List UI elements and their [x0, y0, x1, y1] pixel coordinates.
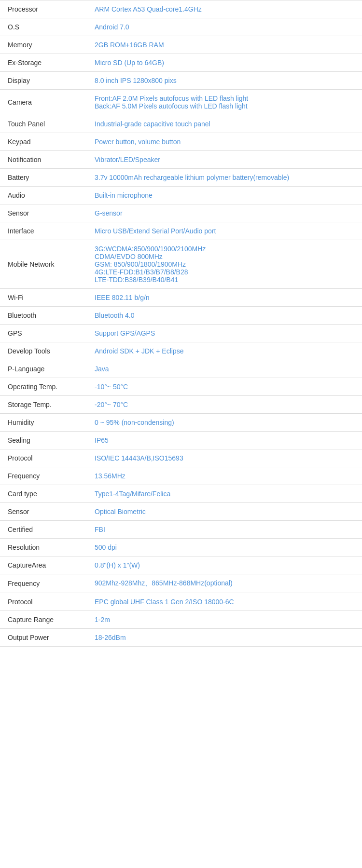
- spec-label: Frequency: [0, 574, 87, 593]
- spec-label: Processor: [0, 0, 87, 18]
- spec-value: 0 ~ 95% (non-condensing): [87, 414, 362, 432]
- spec-value: Micro USB/Extend Serial Port/Audio port: [87, 222, 362, 240]
- spec-label: Storage Temp.: [0, 396, 87, 414]
- spec-label: Camera: [0, 90, 87, 115]
- table-row: SensorG-sensor: [0, 204, 362, 222]
- table-row: Display8.0 inch IPS 1280x800 pixs: [0, 72, 362, 90]
- spec-value: ARM Cortex A53 Quad-core1.4GHz: [87, 0, 362, 18]
- spec-label: Sensor: [0, 503, 87, 521]
- spec-label: Audio: [0, 187, 87, 204]
- spec-label: Protocol: [0, 449, 87, 467]
- spec-label: Wi-Fi: [0, 289, 87, 307]
- spec-table: ProcessorARM Cortex A53 Quad-core1.4GHzO…: [0, 0, 362, 647]
- spec-value: 13.56MHz: [87, 467, 362, 485]
- spec-label: Protocol: [0, 593, 87, 611]
- spec-value: Vibrator/LED/Speaker: [87, 151, 362, 169]
- spec-value: 8.0 inch IPS 1280x800 pixs: [87, 72, 362, 90]
- spec-value: IP65: [87, 432, 362, 449]
- table-row: Mobile Network3G:WCDMA:850/900/1900/2100…: [0, 240, 362, 289]
- spec-value: 1-2m: [87, 611, 362, 629]
- spec-value: 3G:WCDMA:850/900/1900/2100MHzCDMA/EVDO 8…: [87, 240, 362, 289]
- spec-value: Optical Biometric: [87, 503, 362, 521]
- spec-label: Output Power: [0, 629, 87, 647]
- spec-value: ISO/IEC 14443A/B,ISO15693: [87, 449, 362, 467]
- spec-label: Display: [0, 72, 87, 90]
- table-row: Touch PanelIndustrial-grade capacitive t…: [0, 115, 362, 133]
- spec-value: EPC global UHF Class 1 Gen 2/ISO 18000-6…: [87, 593, 362, 611]
- spec-label: GPS: [0, 325, 87, 342]
- table-row: Develop ToolsAndroid SDK + JDK + Eclipse: [0, 342, 362, 360]
- table-row: CaptureArea0.8"(H) x 1"(W): [0, 556, 362, 574]
- spec-value: Type1-4Tag/Mifare/Felica: [87, 485, 362, 503]
- spec-label: Capture Range: [0, 611, 87, 629]
- table-row: Operating Temp.-10°~ 50°C: [0, 378, 362, 396]
- table-row: Battery3.7v 10000mAh rechargeable lithiu…: [0, 169, 362, 187]
- table-row: Wi-FiIEEE 802.11 b/g/n: [0, 289, 362, 307]
- spec-value: Support GPS/AGPS: [87, 325, 362, 342]
- spec-label: Touch Panel: [0, 115, 87, 133]
- spec-label: Certified: [0, 521, 87, 539]
- spec-value: IEEE 802.11 b/g/n: [87, 289, 362, 307]
- table-row: Frequency902Mhz-928Mhz、865MHz-868MHz(opt…: [0, 574, 362, 593]
- table-row: Humidity0 ~ 95% (non-condensing): [0, 414, 362, 432]
- table-row: Output Power18-26dBm: [0, 629, 362, 647]
- spec-value: FBI: [87, 521, 362, 539]
- table-row: NotificationVibrator/LED/Speaker: [0, 151, 362, 169]
- table-row: ProtocolEPC global UHF Class 1 Gen 2/ISO…: [0, 593, 362, 611]
- spec-value: 2GB ROM+16GB RAM: [87, 36, 362, 54]
- spec-value: 500 dpi: [87, 539, 362, 556]
- spec-label: Memory: [0, 36, 87, 54]
- table-row: Memory2GB ROM+16GB RAM: [0, 36, 362, 54]
- table-row: Ex-StorageMicro SD (Up to 64GB): [0, 54, 362, 72]
- table-row: InterfaceMicro USB/Extend Serial Port/Au…: [0, 222, 362, 240]
- spec-label: Mobile Network: [0, 240, 87, 289]
- table-row: SealingIP65: [0, 432, 362, 449]
- spec-label: Interface: [0, 222, 87, 240]
- spec-value: 18-26dBm: [87, 629, 362, 647]
- table-row: CertifiedFBI: [0, 521, 362, 539]
- spec-value: G-sensor: [87, 204, 362, 222]
- table-row: ProcessorARM Cortex A53 Quad-core1.4GHz: [0, 0, 362, 18]
- spec-value: Power button, volume button: [87, 133, 362, 151]
- table-row: AudioBuilt-in microphone: [0, 187, 362, 204]
- table-row: ProtocolISO/IEC 14443A/B,ISO15693: [0, 449, 362, 467]
- spec-label: Operating Temp.: [0, 378, 87, 396]
- spec-value: Java: [87, 360, 362, 378]
- table-row: Capture Range1-2m: [0, 611, 362, 629]
- spec-value: -20°~ 70°C: [87, 396, 362, 414]
- spec-label: Sensor: [0, 204, 87, 222]
- spec-value: Micro SD (Up to 64GB): [87, 54, 362, 72]
- table-row: Frequency13.56MHz: [0, 467, 362, 485]
- spec-value: 902Mhz-928Mhz、865MHz-868MHz(optional): [87, 574, 362, 593]
- table-row: SensorOptical Biometric: [0, 503, 362, 521]
- table-row: O.SAndroid 7.0: [0, 18, 362, 36]
- spec-value: Industrial-grade capacitive touch panel: [87, 115, 362, 133]
- table-row: Resolution500 dpi: [0, 539, 362, 556]
- spec-value: 0.8"(H) x 1"(W): [87, 556, 362, 574]
- spec-value: Android SDK + JDK + Eclipse: [87, 342, 362, 360]
- spec-value: Bluetooth 4.0: [87, 307, 362, 325]
- spec-label: Sealing: [0, 432, 87, 449]
- spec-label: Keypad: [0, 133, 87, 151]
- spec-value: Front:AF 2.0M Pixels autofocus with LED …: [87, 90, 362, 115]
- spec-label: Frequency: [0, 467, 87, 485]
- spec-label: Develop Tools: [0, 342, 87, 360]
- table-row: BluetoothBluetooth 4.0: [0, 307, 362, 325]
- table-row: CameraFront:AF 2.0M Pixels autofocus wit…: [0, 90, 362, 115]
- spec-label: Card type: [0, 485, 87, 503]
- spec-label: P-Language: [0, 360, 87, 378]
- spec-value: Android 7.0: [87, 18, 362, 36]
- table-row: Storage Temp.-20°~ 70°C: [0, 396, 362, 414]
- table-row: Card typeType1-4Tag/Mifare/Felica: [0, 485, 362, 503]
- spec-label: Resolution: [0, 539, 87, 556]
- spec-value: Built-in microphone: [87, 187, 362, 204]
- spec-label: Humidity: [0, 414, 87, 432]
- spec-label: Battery: [0, 169, 87, 187]
- spec-value: -10°~ 50°C: [87, 378, 362, 396]
- table-row: P-LanguageJava: [0, 360, 362, 378]
- table-row: KeypadPower button, volume button: [0, 133, 362, 151]
- spec-value: 3.7v 10000mAh rechargeable lithium polym…: [87, 169, 362, 187]
- spec-label: Notification: [0, 151, 87, 169]
- spec-label: CaptureArea: [0, 556, 87, 574]
- table-row: GPSSupport GPS/AGPS: [0, 325, 362, 342]
